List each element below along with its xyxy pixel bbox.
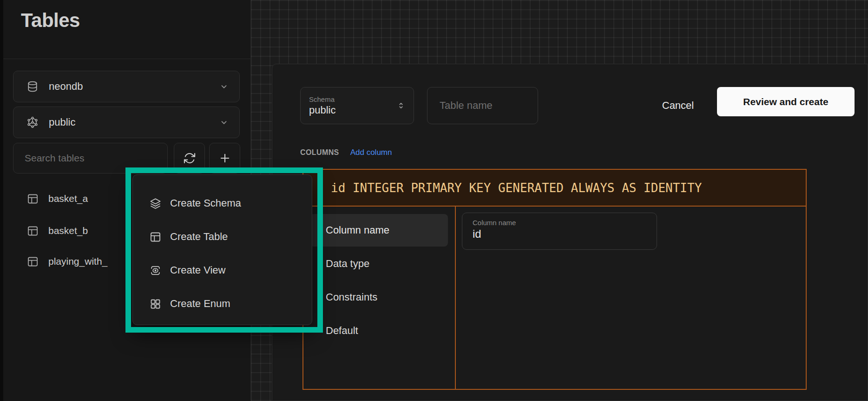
create-dropdown-menu: Create Schema Create Table Create View — [132, 174, 312, 325]
schema-select-label: Schema — [309, 95, 335, 103]
refresh-tables-button[interactable] — [174, 143, 205, 174]
app-window: Schema public Cancel Review and create C… — [0, 0, 868, 401]
column-sql-summary-row[interactable]: id INTEGER PRIMARY KEY GENERATED ALWAYS … — [303, 170, 806, 207]
cancel-button[interactable]: Cancel — [656, 93, 700, 119]
create-table-panel: Schema public Cancel Review and create C… — [272, 64, 868, 401]
column-name-field[interactable]: Column name — [462, 213, 657, 250]
table-name-input[interactable] — [427, 87, 538, 124]
create-new-button[interactable] — [209, 143, 240, 174]
tab-column-name[interactable]: Column name — [310, 214, 448, 247]
columns-heading: COLUMNS — [300, 148, 339, 157]
tab-constraints[interactable]: Constraints — [310, 281, 448, 314]
schema-icon — [26, 116, 39, 128]
chevron-down-icon — [219, 81, 229, 92]
schema-sidebar-select[interactable]: public — [13, 107, 240, 138]
column-name-field-label: Column name — [473, 219, 657, 227]
menu-item-create-view[interactable]: Create View — [133, 254, 312, 287]
search-tables-input[interactable] — [13, 143, 168, 174]
window-edge — [0, 0, 3, 401]
menu-item-label: Create Enum — [170, 298, 230, 310]
refresh-icon — [183, 152, 196, 165]
sidebar-title: Tables — [21, 9, 80, 32]
plus-icon — [218, 152, 231, 165]
add-column-link[interactable]: Add column — [350, 148, 392, 157]
columns-container: id INTEGER PRIMARY KEY GENERATED ALWAYS … — [302, 169, 807, 390]
database-icon — [26, 80, 39, 93]
view-eye-icon — [149, 264, 162, 277]
table-icon — [26, 225, 39, 237]
table-name: playing_with_ — [48, 256, 107, 267]
database-select[interactable]: neondb — [13, 71, 240, 102]
chevron-down-icon — [219, 117, 229, 127]
menu-item-create-enum[interactable]: Create Enum — [133, 287, 312, 321]
tab-default[interactable]: Default — [310, 314, 448, 347]
column-sql-text: id INTEGER PRIMARY KEY GENERATED ALWAYS … — [331, 181, 702, 195]
table-name: basket_a — [48, 193, 88, 204]
schema-select[interactable]: Schema public — [300, 87, 414, 124]
grid-enum-icon — [149, 298, 162, 310]
table-icon — [26, 255, 39, 268]
database-select-value: neondb — [49, 80, 83, 93]
column-properties-list: Column name Data type Constraints Defaul… — [303, 207, 455, 389]
table-name: basket_b — [48, 225, 88, 236]
table-icon — [149, 231, 162, 243]
chevron-up-down-icon — [396, 100, 406, 111]
column-form: Column name — [456, 207, 806, 389]
column-editor-body: Column name Data type Constraints Defaul… — [303, 207, 806, 389]
tab-data-type[interactable]: Data type — [310, 247, 448, 280]
schema-select-value: public — [309, 104, 335, 116]
menu-item-label: Create View — [170, 264, 225, 276]
schema-sidebar-select-value: public — [49, 116, 75, 128]
review-and-create-button[interactable]: Review and create — [717, 87, 855, 116]
table-icon — [26, 193, 39, 205]
layers-icon — [149, 197, 162, 210]
menu-item-create-schema[interactable]: Create Schema — [133, 187, 312, 220]
sidebar-divider — [0, 59, 251, 59]
menu-item-create-table[interactable]: Create Table — [133, 220, 312, 254]
menu-item-label: Create Table — [170, 231, 228, 243]
menu-item-label: Create Schema — [170, 197, 241, 209]
columns-header-row: COLUMNS Add column — [300, 148, 392, 157]
column-name-input[interactable] — [473, 227, 638, 241]
